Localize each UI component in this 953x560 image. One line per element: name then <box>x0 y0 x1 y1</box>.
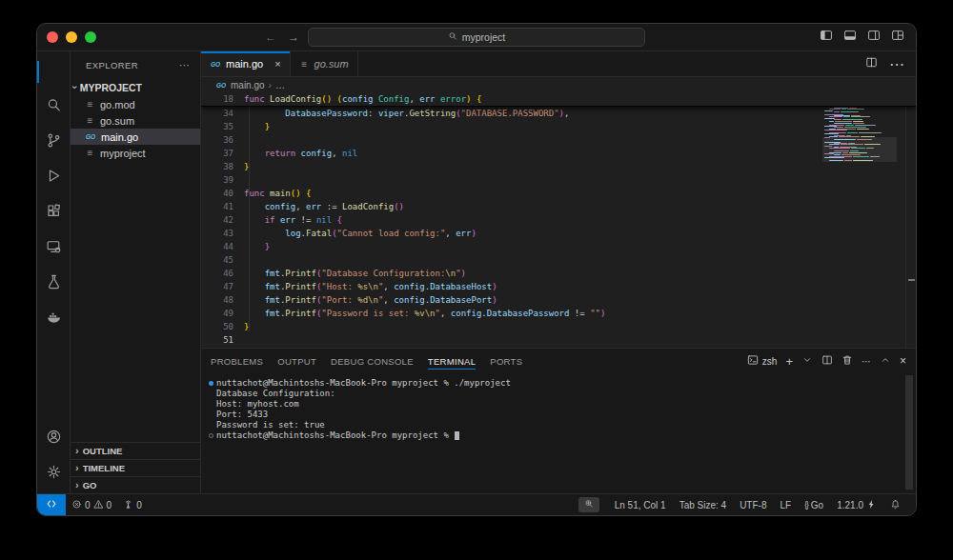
line-number: 48 <box>201 293 244 307</box>
back-icon[interactable]: ← <box>265 30 276 44</box>
maximize-panel-icon[interactable] <box>880 354 891 368</box>
terminal-dropdown-icon[interactable] <box>801 354 813 368</box>
tab-label: go.sum <box>314 58 349 70</box>
line-number: 18 <box>201 92 244 106</box>
panel-tab-terminal[interactable]: TERMINAL <box>428 349 476 373</box>
split-editor-icon[interactable] <box>865 55 878 72</box>
panel-tabs: PROBLEMSOUTPUTDEBUG CONSOLETERMINALPORTS <box>211 349 537 373</box>
layout-left-icon[interactable] <box>820 29 833 46</box>
panel-more-icon[interactable]: ⋯ <box>862 356 871 367</box>
command-center-search[interactable]: myproject <box>308 28 645 47</box>
panel-tab-problems[interactable]: PROBLEMS <box>211 349 263 373</box>
ports-status[interactable]: 0 <box>117 494 148 515</box>
split-terminal-icon[interactable] <box>821 354 833 368</box>
command-decoration-icon[interactable] <box>209 433 213 438</box>
activity-item-search[interactable] <box>37 90 70 125</box>
section-outline[interactable]: ›OUTLINE <box>71 442 200 459</box>
line-content: fmt.Printf("Database Configuration:\n") <box>244 267 466 280</box>
project-root-label: MYPROJECT <box>80 82 142 93</box>
go-version[interactable]: 1.21.0 <box>831 499 882 511</box>
activity-item-remote[interactable] <box>37 230 70 266</box>
command-decoration-icon[interactable] <box>209 381 213 386</box>
terminal-text: Password is set: true <box>216 420 325 430</box>
testing-icon <box>46 273 62 293</box>
shell-badge[interactable]: zsh <box>747 354 778 368</box>
close-panel-icon[interactable]: × <box>900 354 906 368</box>
terminal[interactable]: nuttachot@Machintoshs-MacBook-Pro myproj… <box>201 373 916 493</box>
forward-icon[interactable]: → <box>288 30 299 44</box>
panel-tab-debug-console[interactable]: DEBUG CONSOLE <box>331 349 414 373</box>
explorer-sidebar: EXPLORER ⋯ › MYPROJECT ≡go.mod≡go.sumGOm… <box>71 51 201 493</box>
terminal-line: Host: myhost.com <box>205 399 916 410</box>
language-mode[interactable]: {} Go <box>799 500 829 510</box>
activity-item-debug[interactable] <box>37 160 70 195</box>
line-content: func LoadConfig() (config Config, err er… <box>244 92 481 106</box>
line-content: if err != nil { <box>244 213 342 227</box>
tab-size[interactable]: Tab Size: 4 <box>674 500 732 510</box>
editor-area: GOmain.go×≡go.sum ⋯ GO main.go › … 18fun… <box>201 51 916 493</box>
kill-terminal-icon[interactable] <box>841 354 853 368</box>
bolt-icon <box>866 499 877 511</box>
file-item-go.mod[interactable]: ≡go.mod <box>71 96 200 112</box>
line-number: 46 <box>201 267 244 280</box>
breadcrumb-file: main.go <box>231 80 265 90</box>
code-editor[interactable]: 18func LoadConfig() (config Config, err … <box>201 92 916 348</box>
sidebar-more-icon[interactable]: ⋯ <box>179 59 191 71</box>
activity-item-testing[interactable] <box>37 266 70 301</box>
editor-more-icon[interactable]: ⋯ <box>889 55 904 73</box>
layout-custom-icon[interactable] <box>891 29 904 46</box>
zoom-indicator[interactable] <box>578 497 599 512</box>
code-line: 41 config, err := LoadConfig() <box>201 200 916 213</box>
panel-tab-output[interactable]: OUTPUT <box>277 349 316 373</box>
tab-go.sum[interactable]: ≡go.sum <box>291 51 358 76</box>
problems-status[interactable]: 0 0 <box>66 494 117 515</box>
breadcrumb[interactable]: GO main.go › … <box>201 77 916 92</box>
file-name: myproject <box>100 148 146 159</box>
minimap-slider[interactable] <box>822 137 897 162</box>
file-item-go.sum[interactable]: ≡go.sum <box>71 112 200 129</box>
activity-item-extensions[interactable] <box>37 195 70 230</box>
line-number: 41 <box>201 200 244 213</box>
new-terminal-icon[interactable]: + <box>785 354 793 369</box>
section-timeline[interactable]: ›TIMELINE <box>71 459 200 476</box>
file-name: go.mod <box>100 99 135 110</box>
terminal-line: nuttachot@Machintoshs-MacBook-Pro myproj… <box>205 378 916 389</box>
activity-item-docker[interactable] <box>37 301 70 336</box>
remote-indicator[interactable] <box>37 494 66 515</box>
cursor-position[interactable]: Ln 51, Col 1 <box>609 500 672 510</box>
activity-item-scm[interactable] <box>37 125 70 160</box>
activity-item-accounts[interactable] <box>37 421 70 456</box>
docker-icon <box>46 309 62 329</box>
close-window-button[interactable] <box>47 31 58 43</box>
remote-icon <box>46 238 62 258</box>
line-number: 43 <box>201 227 244 240</box>
eol[interactable]: LF <box>774 500 797 510</box>
minimize-window-button[interactable] <box>66 31 77 43</box>
activity-bar <box>37 51 71 493</box>
line-content: fmt.Printf("Host: %s\n", config.Database… <box>244 280 497 293</box>
encoding[interactable]: UTF-8 <box>734 500 772 510</box>
layout-panel-icon[interactable] <box>843 29 857 46</box>
tab-main.go[interactable]: GOmain.go× <box>201 51 291 76</box>
tab-list: GOmain.go×≡go.sum <box>201 51 358 76</box>
bell-icon <box>890 499 901 511</box>
file-item-myproject[interactable]: ≡myproject <box>71 145 200 161</box>
terminal-scrollbar[interactable] <box>905 375 913 490</box>
close-tab-icon[interactable]: × <box>274 58 280 70</box>
panel-tab-ports[interactable]: PORTS <box>490 349 522 373</box>
section-go[interactable]: ›GO <box>71 476 200 493</box>
panel-header: PROBLEMSOUTPUTDEBUG CONSOLETERMINALPORTS… <box>201 349 916 373</box>
activity-item-explorer[interactable] <box>37 54 70 90</box>
terminal-line: Password is set: true <box>205 420 916 430</box>
file-item-main.go[interactable]: GOmain.go <box>71 129 200 145</box>
maximize-window-button[interactable] <box>85 31 96 43</box>
notifications[interactable] <box>884 499 906 511</box>
line-number: 38 <box>201 160 244 173</box>
activity-bottom <box>37 421 70 491</box>
code-line: 42 if err != nil { <box>201 213 916 227</box>
project-root-row[interactable]: › MYPROJECT <box>71 78 200 96</box>
activity-item-settings[interactable] <box>37 456 70 491</box>
debug-icon <box>46 168 62 188</box>
braces-icon: {} <box>804 500 808 510</box>
layout-right-icon[interactable] <box>867 29 881 46</box>
